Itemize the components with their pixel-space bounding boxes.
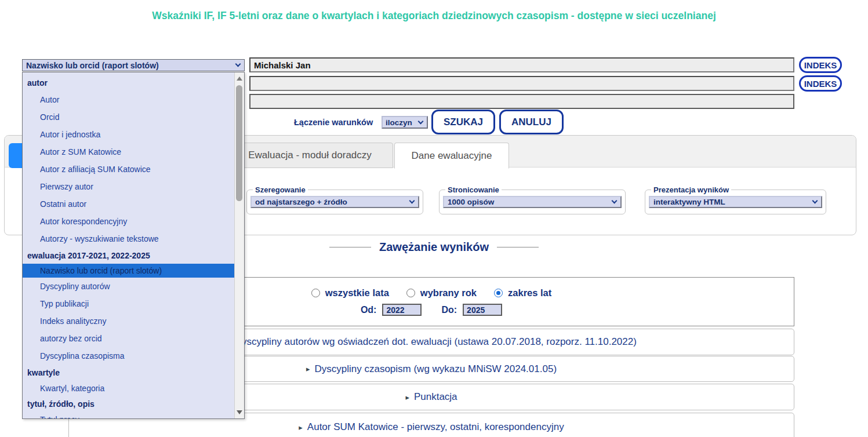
stronicowanie-select[interactable]: 1000 opisów: [443, 196, 622, 208]
scrollbar-thumb[interactable]: [236, 85, 242, 201]
dropdown-option-autor-i-jednostka[interactable]: Autor i jednostka: [23, 126, 244, 143]
query-input-1[interactable]: [249, 57, 794, 72]
dropdown-option-autorzy-bez-orcid[interactable]: autorzy bez orcid: [23, 330, 244, 347]
dropdown-option-nazwisko-orcid-selected[interactable]: Nazwisko lub orcid (raport slotów): [23, 264, 244, 278]
refine-heading-text: Zawężanie wyników: [379, 241, 489, 254]
radio-wszystkie-lata[interactable]: wszystkie lata: [311, 287, 389, 298]
year-from-input[interactable]: [382, 304, 422, 316]
criteria-select-value: Nazwisko lub orcid (raport slotów): [26, 61, 159, 70]
expand-arrow-icon: ▸: [405, 393, 409, 402]
query-input-2[interactable]: [249, 76, 794, 91]
szeregowanie-select-value: od najstarszego + źródło: [255, 198, 347, 206]
prezentacja-legend: Prezentacja wyników: [651, 185, 731, 194]
radio-zakres-lat[interactable]: zakres lat: [494, 287, 551, 298]
dropdown-group-header: kwartyle: [23, 365, 244, 381]
expand-arrow-icon: ▸: [306, 365, 310, 373]
szukaj-button[interactable]: SZUKAJ: [431, 110, 495, 134]
dropdown-option-autor-z-afiliacja[interactable]: Autor z afiliacją SUM Katowice: [23, 161, 244, 178]
dropdown-group-header: ewaluacja 2017-2021, 2022-2025: [23, 247, 244, 264]
dropdown-option-dyscypliny-autorow[interactable]: Dyscypliny autorów: [23, 278, 244, 295]
combine-select-value: iloczyn: [386, 118, 412, 127]
radio-circle-icon[interactable]: [311, 289, 320, 297]
dropdown-option-kwartyl-kategoria[interactable]: Kwartyl, kategoria: [23, 381, 244, 396]
dropdown-option-indeks-analityczny[interactable]: Indeks analityczny: [23, 312, 244, 330]
section-label: Dyscypliny czasopism (wg wykazu MNiSW 20…: [314, 363, 557, 375]
dropdown-option-autorzy-wyszukiwanie[interactable]: Autorzy - wyszukiwanie tekstowe: [23, 230, 244, 247]
combine-conditions-select[interactable]: iloczyn: [382, 116, 428, 129]
heading-rule-left: [329, 247, 371, 247]
prezentacja-select[interactable]: interaktywny HTML: [649, 196, 822, 208]
radio-label: zakres lat: [508, 287, 551, 298]
chevron-down-icon: [409, 198, 415, 204]
szeregowanie-legend: Szeregowanie: [253, 185, 308, 194]
szeregowanie-select[interactable]: od najstarszego + źródło: [250, 196, 419, 208]
search-criteria-select[interactable]: Nazwisko lub orcid (raport slotów): [22, 59, 245, 71]
criteria-dropdown-list: autor Autor Orcid Autor i jednostka Auto…: [22, 72, 245, 419]
dropdown-option-autor-korespondencyjny[interactable]: Autor korespondencyjny: [23, 213, 244, 230]
prezentacja-select-value: interaktywny HTML: [653, 198, 725, 206]
indeks-button-2[interactable]: INDEKS: [799, 75, 842, 92]
dropdown-option-ostatni-autor[interactable]: Ostatni autor: [23, 195, 244, 213]
app-screen: Wskaźniki IF, IF 5-letni oraz dane o kwa…: [0, 0, 868, 437]
dropdown-option-dyscyplina-czasopisma[interactable]: Dyscyplina czasopisma: [23, 347, 244, 365]
query-input-3[interactable]: [249, 94, 794, 109]
scroll-down-icon[interactable]: [237, 410, 242, 414]
year-to-input[interactable]: [463, 304, 502, 316]
dropdown-option-autor-z-sum[interactable]: Autor z SUM Katowice: [23, 143, 244, 161]
chevron-down-icon: [418, 118, 424, 124]
dropdown-option-orcid[interactable]: Orcid: [23, 108, 244, 126]
szeregowanie-fieldset: Szeregowanie od najstarszego + źródło: [246, 185, 423, 214]
section-label: Autor SUM Katowice - pierwszy, ostatni, …: [307, 421, 564, 433]
section-label: Punktacja: [414, 391, 457, 403]
prezentacja-fieldset: Prezentacja wyników interaktywny HTML: [645, 185, 826, 214]
dropdown-option-tytul-pracy[interactable]: Tytuł pracy: [23, 412, 244, 419]
combine-conditions-label: Łączenie warunków: [294, 118, 373, 127]
radio-circle-checked-icon[interactable]: [494, 289, 503, 297]
expand-arrow-icon: ▸: [299, 423, 303, 432]
dropdown-group-header: autor: [23, 75, 244, 91]
page-title: Wskaźniki IF, IF 5-letni oraz dane o kwa…: [0, 10, 868, 22]
indeks-button-1[interactable]: INDEKS: [799, 57, 842, 73]
chevron-down-icon: [812, 198, 818, 204]
section-label: Dyscypliny autorów wg oświadczeń dot. ew…: [235, 336, 637, 348]
dropdown-option-typ-publikacji[interactable]: Typ publikacji: [23, 295, 244, 312]
chevron-down-icon: [612, 198, 618, 204]
tab-dane-ewaluacyjne[interactable]: Dane ewaluacyjne: [394, 143, 509, 169]
radio-circle-icon[interactable]: [406, 289, 415, 297]
stronicowanie-select-value: 1000 opisów: [448, 198, 494, 206]
dropdown-option-pierwszy-autor[interactable]: Pierwszy autor: [23, 178, 244, 195]
radio-label: wszystkie lata: [325, 287, 389, 298]
dropdown-scrollbar[interactable]: [234, 72, 244, 418]
radio-label: wybrany rok: [420, 287, 477, 298]
stronicowanie-legend: Stronicowanie: [445, 185, 502, 194]
chevron-down-icon: [235, 61, 241, 67]
tab-ewaluacja-modul-doradczy[interactable]: Ewaluacja - moduł doradczy: [227, 143, 393, 168]
stronicowanie-fieldset: Stronicowanie 1000 opisów: [439, 185, 626, 214]
radio-wybrany-rok[interactable]: wybrany rok: [406, 287, 477, 298]
od-label: Od:: [361, 305, 377, 315]
scroll-up-icon[interactable]: [237, 77, 242, 81]
dropdown-group-header: tytuł, źródło, opis: [23, 396, 244, 412]
heading-rule-right: [497, 247, 539, 247]
dropdown-option-autor[interactable]: Autor: [23, 91, 244, 108]
do-label: Do:: [441, 305, 457, 315]
anuluj-button[interactable]: ANULUJ: [499, 110, 564, 134]
